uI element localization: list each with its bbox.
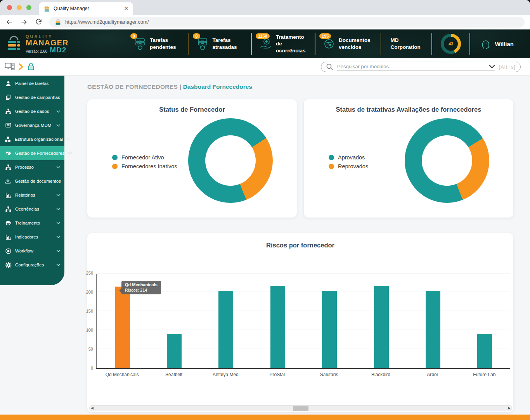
sidebar-item-processo[interactable]: Processo [0,160,64,174]
legend-item[interactable]: Fornecedor Ativo [112,154,177,161]
scroll-left-icon[interactable]: ◀ [91,406,94,410]
chevron-down-icon [56,166,61,169]
browser-tab[interactable]: Quality Manager ✕ [39,2,133,15]
gridline [97,330,510,330]
reload-icon[interactable] [35,18,42,26]
x-axis-labels: Qd MechanicalsSeatbeltAntalya MedProStar… [96,372,510,380]
chart-title: Riscos por fornecedor [87,242,513,249]
count-badge: 195 [319,33,331,39]
sidebar-item-workflow[interactable]: Workflow [0,244,64,258]
chart-legend: Aprovados Reprovados [329,152,368,172]
legend-dot [112,155,118,160]
x-axis-label: Salutaris [303,372,355,377]
gridline [97,349,510,349]
sidebar-item-governan-a-mdm[interactable]: Governança MDM [0,118,64,132]
bar-chart-plot: Qd Mechanicals Riscos: 214 0501001502002… [96,274,510,369]
bar-arbor[interactable] [426,291,440,368]
cubes-icon [5,136,11,143]
close-window-button[interactable] [7,5,12,10]
sidebar-item-configura-es[interactable]: Configurações [0,258,64,272]
tooltip-value: Riscos: 214 [125,288,158,292]
workstation-icon[interactable] [5,62,15,71]
sidebar-item-estrutura-organizacional[interactable]: Estrutura organizacional [0,132,64,146]
chart-title: Status de Fornecedor [87,106,297,113]
header-nav-tarefas-pendentes[interactable]: 0Tarefas pendentes [126,37,189,51]
sidebar-item-painel-de-tarefas[interactable]: Painel de tarefas [0,76,64,90]
sidebar-item-label: Ocorrências [15,207,53,211]
lock-icon[interactable] [27,62,35,71]
care-icon [260,38,272,50]
bar-prostar[interactable] [270,286,285,368]
site-favicon [55,19,61,25]
sidebar-item-label: Processo [15,165,53,169]
sitemap-icon [5,206,12,213]
sidebar-item-indicadores[interactable]: Indicadores [0,230,64,244]
donut-chart[interactable] [405,118,489,203]
chevron-down-icon [56,222,61,225]
gridline [97,273,510,273]
bar-future-lab[interactable] [477,334,492,368]
x-axis-label: Antalya Med [200,372,251,377]
sitemap-icon [5,108,12,115]
scroll-right-icon[interactable]: ▶ [508,406,511,410]
legend-item[interactable]: Aprovados [329,154,368,161]
sidebar-item-gest-o-de-fornecedores[interactable]: Gestão de Fornecedores [0,146,64,160]
tab-close-icon[interactable]: ✕ [124,5,128,12]
count-badge: 0 [130,33,137,39]
breadcrumb-section: GESTÃO DE FORNECEDORES | [87,83,181,90]
gradcap-icon [5,220,12,226]
legend-item[interactable]: Reprovados [329,163,368,169]
bar-seatbelt[interactable] [167,334,182,368]
sidebar-item-label: Gestão de campanhas [15,95,61,100]
header-gauge[interactable]: 43 [432,34,469,54]
sidebar-item-treinamento[interactable]: Treinamento [0,216,64,230]
card-status-fornecedor: Status de Fornecedor Fornecedor Ativo Fo… [87,99,297,218]
search-input[interactable]: Pesquisar por módulos [337,64,489,69]
sidebar-item-label: Gestão de Fornecedores [15,151,64,156]
sidebar-item-gest-o-de-documentos[interactable]: Gestão de documentos [0,174,64,188]
chevron-down-icon [56,124,61,127]
sidebar-item-ocorr-ncias[interactable]: Ocorrências [0,202,64,216]
bar-qd-mechanicals[interactable] [115,287,130,368]
legend-item[interactable]: Fornecedores Inativos [112,163,177,169]
chart-icon [5,192,12,199]
header-nav-tratamento-de-ocorr-ncias[interactable]: 1150Tratamento de ocorrências [252,34,315,54]
sidebar: Painel de tarefasGestão de campanhasGest… [0,76,64,285]
address-bar[interactable]: https://www.md2qualitymanager.com/ [49,17,525,28]
header-nav-tarefas-atrasadas[interactable]: 0Tarefas atrasadas [189,37,251,51]
chevron-down-icon [56,236,61,239]
legend-label: Reprovados [338,163,368,169]
module-search[interactable]: Pesquisar por módulos [Alt+s] [321,62,521,72]
gridline [97,311,510,311]
person-icon [5,80,12,87]
header-nav-documentos-vencidos[interactable]: 195Documentos vencidos [315,37,381,51]
sidebar-item-gest-o-de-dados[interactable]: Gestão de dados [0,104,64,118]
bar-salutaris[interactable] [322,291,337,368]
scrollbar-thumb[interactable] [293,406,308,411]
minimize-window-button[interactable] [17,5,22,10]
browser-toolbar: https://www.md2qualitymanager.com/ [0,15,530,29]
bar-blackbird[interactable] [374,286,389,368]
logo-lock-icon [6,35,22,53]
sidebar-item-gest-o-de-campanhas[interactable]: Gestão de campanhas [0,90,64,104]
app-logo[interactable]: QUALITY MANAGER Versão: 2.60 MD2 [6,34,76,53]
footer-bar [0,415,530,420]
download-icon [5,178,11,185]
sidebar-item-relat-rios[interactable]: Relatórios [0,188,64,202]
horizontal-scrollbar[interactable]: ◀ ▶ [89,405,512,411]
back-icon[interactable] [5,18,13,26]
donut-chart[interactable] [188,118,273,203]
y-axis-tick: 0 [91,366,93,370]
breadcrumb-page[interactable]: Dasboard Fornecedores [183,83,252,90]
browser-window: Quality Manager ✕ https://www.md2quality… [0,0,530,420]
handshake-icon [5,150,12,157]
chevron-down-icon[interactable] [489,65,495,69]
logo-manager: MANAGER [26,39,68,47]
bar-antalya-med[interactable] [218,291,233,368]
gauge-value: 43 [449,41,453,46]
user-menu[interactable]: Willian [470,38,524,50]
maximize-window-button[interactable] [26,5,31,10]
forward-icon[interactable] [20,18,28,26]
tasks-icon [197,38,208,50]
x-axis-label: Blackbird [355,372,407,377]
